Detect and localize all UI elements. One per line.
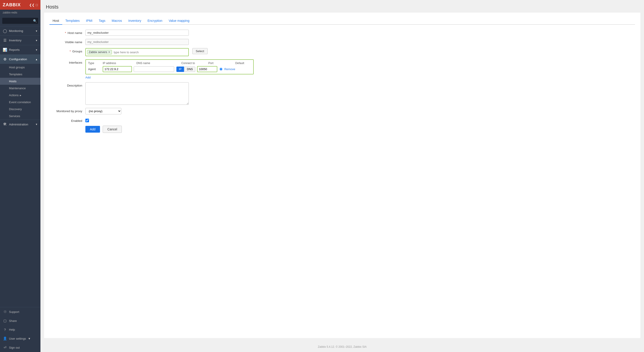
logo[interactable]: ZABBIX (3, 2, 21, 8)
tab-ipmi[interactable]: IPMI (83, 17, 96, 25)
tab-encryption[interactable]: Encryption (144, 17, 166, 25)
chevron-down-icon: ▼ (35, 123, 38, 126)
groups-field[interactable]: Zabbix servers ✕ (86, 48, 189, 56)
sidebar-item-services[interactable]: Services (0, 112, 40, 120)
monitoring-icon: ◯ (3, 29, 7, 33)
main-content: Hosts Host Templates IPMI Tags Macros In… (40, 0, 644, 352)
interfaces-header: Type IP address DNS name Connect to Port… (88, 62, 251, 65)
nav-configuration[interactable]: ⚙ Configuration ▲ (0, 54, 40, 64)
interfaces-row: Interfaces Type IP address DNS name Conn… (50, 59, 635, 79)
maintenance-label: Maintenance (9, 86, 26, 90)
logo-area: ZABBIX ❮❮ □ (0, 0, 40, 10)
iface-port-input[interactable] (197, 66, 217, 72)
share-icon: ▢ (3, 319, 7, 323)
description-input[interactable] (86, 82, 189, 105)
sign-out-link[interactable]: ⏎ Sign out (0, 343, 40, 352)
add-button[interactable]: Add (86, 126, 100, 132)
nav-inventory[interactable]: ☰ Inventory ▼ (0, 36, 40, 45)
tab-tags[interactable]: Tags (96, 17, 108, 25)
sidebar-item-maintenance[interactable]: Maintenance (0, 85, 40, 92)
interfaces-wrapper: Type IP address DNS name Connect to Port… (86, 59, 254, 74)
sidebar-item-host-groups[interactable]: Host groups (0, 64, 40, 71)
nav-configuration-label: Configuration (9, 58, 27, 61)
support-link[interactable]: ☉ Support (0, 307, 40, 316)
iface-ip-input[interactable] (103, 66, 132, 72)
proxy-select[interactable]: (no proxy) (86, 108, 121, 114)
visible-name-row: Visible name (50, 39, 635, 45)
sign-out-label: Sign out (9, 346, 20, 349)
cancel-button[interactable]: Cancel (103, 126, 122, 133)
nav-section-configuration: ⚙ Configuration ▲ Host groups Templates … (0, 54, 40, 120)
user-settings-link[interactable]: 👤 User settings ▼ (0, 334, 40, 343)
chevron-up-icon: ▲ (35, 58, 38, 61)
nav-section-reports: 📊 Reports ▼ (0, 45, 40, 54)
tab-host[interactable]: Host (50, 17, 62, 25)
select-button[interactable]: Select (192, 48, 208, 54)
sidebar: ZABBIX ❮❮ □ zabbix-redis 🔍 ◯ Monitoring … (0, 0, 40, 352)
host-name-input[interactable] (86, 30, 189, 36)
content-area: Host Templates IPMI Tags Macros Inventor… (44, 12, 640, 338)
enabled-checkbox[interactable] (86, 119, 89, 122)
iface-connect-header: Connect to (181, 62, 208, 65)
help-icon: ? (3, 328, 7, 332)
iface-dns-input[interactable] (134, 66, 174, 72)
fullscreen-icon[interactable]: □ (36, 3, 38, 7)
nav-section-inventory: ☰ Inventory ▼ (0, 36, 40, 45)
services-label: Services (9, 114, 20, 118)
nav-monitoring-label: Monitoring (9, 29, 23, 32)
visible-name-input[interactable] (86, 39, 189, 45)
discovery-label: Discovery (9, 108, 22, 111)
help-link[interactable]: ? Help (0, 325, 40, 334)
sidebar-item-discovery[interactable]: Discovery (0, 106, 40, 112)
share-link[interactable]: ▢ Share (0, 316, 40, 325)
interface-row: Agent IP DNS Remove (88, 66, 251, 72)
sidebar-item-actions[interactable]: Actions ► (0, 92, 40, 99)
page-header: Hosts (40, 0, 644, 12)
enabled-row: Enabled (50, 118, 635, 122)
configuration-icon: ⚙ (3, 57, 7, 61)
search-input[interactable] (2, 18, 38, 24)
tab-value-mapping[interactable]: Value mapping (166, 17, 192, 25)
footer: Zabbix 5.4.12. © 2001–2022, Zabbix SIA (40, 342, 644, 352)
iface-default-header: Default (235, 62, 251, 65)
user-icon: 👤 (3, 336, 7, 340)
remove-group-tag[interactable]: ✕ (108, 50, 110, 54)
footer-text: Zabbix 5.4.12. © 2001–2022, Zabbix SIA (318, 345, 367, 348)
host-groups-label: Host groups (9, 66, 25, 69)
nav-reports-label: Reports (9, 48, 20, 52)
actions-arrow: ► (19, 94, 22, 97)
iface-dns-header: DNS name (136, 62, 181, 65)
remove-interface-link[interactable]: Remove (224, 68, 235, 71)
collapse-icon[interactable]: ❮❮ (29, 3, 34, 7)
support-icon: ☉ (3, 310, 7, 314)
tab-inventory[interactable]: Inventory (125, 17, 144, 25)
sidebar-item-event-correlation[interactable]: Event correlation (0, 99, 40, 106)
nav-administration[interactable]: 🛠 Administration ▼ (0, 120, 40, 129)
tab-templates[interactable]: Templates (62, 17, 83, 25)
user-settings-label: User settings (9, 337, 26, 340)
help-label: Help (9, 328, 15, 331)
visible-name-label: Visible name (50, 39, 86, 44)
sign-out-icon: ⏎ (3, 346, 7, 350)
connect-ip-button[interactable]: IP (176, 66, 184, 72)
host-name-row: * Host name (50, 30, 635, 36)
groups-search-input[interactable] (113, 50, 187, 54)
nav-inventory-label: Inventory (9, 39, 22, 42)
sidebar-item-templates[interactable]: Templates (0, 71, 40, 78)
groups-row: * Groups Zabbix servers ✕ Select (50, 48, 635, 56)
iface-default-radio[interactable] (220, 68, 222, 70)
connect-dns-button[interactable]: DNS (184, 66, 195, 72)
connect-buttons: IP DNS (176, 66, 195, 72)
required-star: * (65, 31, 66, 34)
sidebar-item-hosts[interactable]: Hosts (0, 78, 40, 85)
tab-macros[interactable]: Macros (108, 17, 125, 25)
actions-label: Actions (9, 94, 19, 97)
add-interface-link[interactable]: Add (86, 76, 90, 79)
proxy-row: Monitored by proxy (no proxy) (50, 108, 635, 114)
nav-section-administration: 🛠 Administration ▼ (0, 120, 40, 129)
chevron-down-icon: ▼ (35, 48, 38, 51)
nav-monitoring[interactable]: ◯ Monitoring ▼ (0, 26, 40, 36)
nav-reports[interactable]: 📊 Reports ▼ (0, 45, 40, 54)
interfaces-label: Interfaces (50, 59, 86, 64)
search-icon: 🔍 (33, 19, 37, 23)
